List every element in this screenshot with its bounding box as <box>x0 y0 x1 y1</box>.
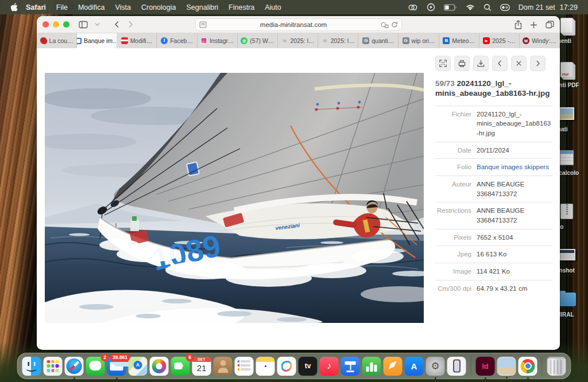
dock-facetime[interactable]: 6 <box>171 357 190 376</box>
close-window-button[interactable] <box>42 21 49 28</box>
clock-time: 17:29 <box>560 3 578 11</box>
dock-reminders[interactable] <box>235 357 254 376</box>
tab-banque-images[interactable]: Banque im… <box>77 33 117 48</box>
meta-row-restrictions: Restrictions ANNE BEAUGE 33684713372 <box>435 202 552 228</box>
meta-value: ANNE BEAUGE 33684713372 <box>477 180 552 198</box>
download-button[interactable] <box>473 56 489 71</box>
page-settings-icon[interactable] <box>199 21 207 28</box>
facetime-badge: 6 <box>186 354 194 361</box>
menu-item-segnalibri[interactable]: Segnalibri <box>181 3 224 11</box>
tab-quanti[interactable]: Gquanti… <box>358 33 399 48</box>
dock-freeform[interactable] <box>277 357 296 376</box>
dock-contacts[interactable] <box>214 357 233 376</box>
translate-icon[interactable] <box>381 22 389 28</box>
meta-label: Fichier <box>435 110 477 138</box>
dock-appletv[interactable]: tv <box>299 357 318 376</box>
previous-image-button[interactable] <box>492 56 508 71</box>
dock-settings[interactable]: ⚙ <box>426 357 445 376</box>
sync-menu-icon[interactable] <box>408 3 418 11</box>
dock-mail[interactable]: 39.861 <box>107 357 126 376</box>
tab-windy[interactable]: WWindy:… <box>520 33 560 48</box>
dock-launchpad[interactable] <box>44 357 63 376</box>
metadata-table: Fichier 20241120_lgl_-minis_abeauge_1ab8… <box>435 106 552 297</box>
share-icon[interactable] <box>514 20 522 29</box>
dock-preview-thumbnail[interactable] <box>497 357 516 376</box>
tab-2025-b[interactable]: ≈2025: l… <box>318 33 358 48</box>
dock-maps[interactable]: A <box>129 357 148 376</box>
back-button[interactable] <box>110 18 123 31</box>
dock-keynote[interactable] <box>341 357 360 376</box>
dock-divider <box>471 356 471 376</box>
menu-item-file[interactable]: File <box>51 3 73 11</box>
page-content: veneziani 1089 <box>37 48 560 349</box>
dock-numbers[interactable] <box>362 357 381 376</box>
zoom-window-button[interactable] <box>63 21 69 28</box>
dock-photos[interactable] <box>150 357 169 376</box>
dock-music[interactable]: ♪ <box>320 357 339 376</box>
menu-item-aiuto[interactable]: Aiuto <box>260 3 287 11</box>
tab-youtube[interactable]: ▶2025 -… <box>479 33 520 48</box>
tab-label: Modifi… <box>130 37 153 44</box>
dock-notes[interactable] <box>256 357 275 376</box>
tab-modifica[interactable]: Modifi… <box>117 33 157 48</box>
tab-2025-a[interactable]: ≈2025: l… <box>278 33 318 48</box>
dock-messages[interactable]: 2 <box>86 357 105 376</box>
meta-row-fichier: Fichier 20241120_lgl_-minis_abeauge_1ab8… <box>435 106 552 142</box>
apple-menu[interactable] <box>7 3 21 11</box>
forward-button[interactable] <box>123 18 137 31</box>
menu-item-finestra[interactable]: Finestra <box>223 3 260 11</box>
tab-whatsapp[interactable]: ✆(57) W… <box>238 33 278 48</box>
meta-value: 16 613 Ko <box>477 250 552 259</box>
la-coupe-favicon <box>40 37 47 44</box>
chevron-down-icon <box>95 22 100 26</box>
messages-badge: 2 <box>101 354 109 361</box>
browser-toolbar: media-minitransat.com <box>37 16 560 33</box>
control-center-icon[interactable] <box>500 4 510 11</box>
tab-wip-ori[interactable]: Gwip ori… <box>399 33 439 48</box>
dock-calendar[interactable]: SET21 <box>192 357 211 376</box>
tab-meteo[interactable]: BMeteo… <box>439 33 479 48</box>
wifi-icon[interactable] <box>466 4 475 11</box>
printer-icon <box>458 59 466 68</box>
new-tab-icon[interactable] <box>530 21 537 29</box>
meta-row-jpeg: Jpeg 16 613 Ko <box>435 245 552 263</box>
clock-date: Dom 21 set <box>519 3 555 11</box>
tab-la-coupe[interactable]: La cou… <box>37 33 77 48</box>
sidebar-chevron-button[interactable] <box>90 18 104 31</box>
dock-appstore[interactable]: A <box>405 357 424 376</box>
menu-item-safari[interactable]: Safari <box>21 3 51 11</box>
now-playing-icon[interactable] <box>427 3 435 11</box>
apple-logo-icon <box>10 3 18 11</box>
menu-item-cronologia[interactable]: Cronologia <box>136 3 181 11</box>
dock-iphone-mirroring[interactable] <box>447 357 466 376</box>
dock-chrome[interactable] <box>519 357 537 376</box>
battery-icon[interactable] <box>444 4 457 11</box>
dock-safari[interactable] <box>65 357 84 376</box>
fullscreen-button[interactable] <box>435 56 451 71</box>
minimize-window-button[interactable] <box>53 21 59 28</box>
instagram-favicon <box>200 37 207 44</box>
folio-link[interactable]: Banque images skippers <box>477 162 552 172</box>
dock-finder[interactable] <box>22 357 41 376</box>
reload-icon[interactable] <box>391 21 398 28</box>
dock-indesign[interactable]: Id <box>476 357 495 376</box>
dock-trash[interactable] <box>547 357 566 376</box>
address-bar[interactable]: media-minitransat.com <box>195 18 402 31</box>
spotlight-search-icon[interactable] <box>483 3 492 11</box>
menu-item-modifica[interactable]: Modifica <box>73 3 110 11</box>
sidebar-toggle-button[interactable] <box>76 18 90 31</box>
gull-favicon: ≈ <box>322 37 328 44</box>
next-image-button[interactable] <box>530 56 546 71</box>
tab-overview-icon[interactable] <box>546 21 554 29</box>
menu-item-vista[interactable]: Vista <box>110 3 136 11</box>
print-button[interactable] <box>454 56 470 71</box>
meta-row-folio: Folio Banque images skippers <box>435 158 552 176</box>
boat-photo[interactable]: veneziani 1089 <box>45 73 424 323</box>
menu-clock[interactable]: Dom 21 set 17:29 <box>519 3 578 11</box>
facebook-favicon: f <box>161 37 168 44</box>
tab-instagram[interactable]: Instagr… <box>198 33 238 48</box>
dock-pages[interactable] <box>384 357 403 376</box>
tab-label: Windy:… <box>532 37 556 44</box>
tab-facebook[interactable]: fFaceb… <box>157 33 197 48</box>
close-viewer-button[interactable] <box>511 56 527 71</box>
